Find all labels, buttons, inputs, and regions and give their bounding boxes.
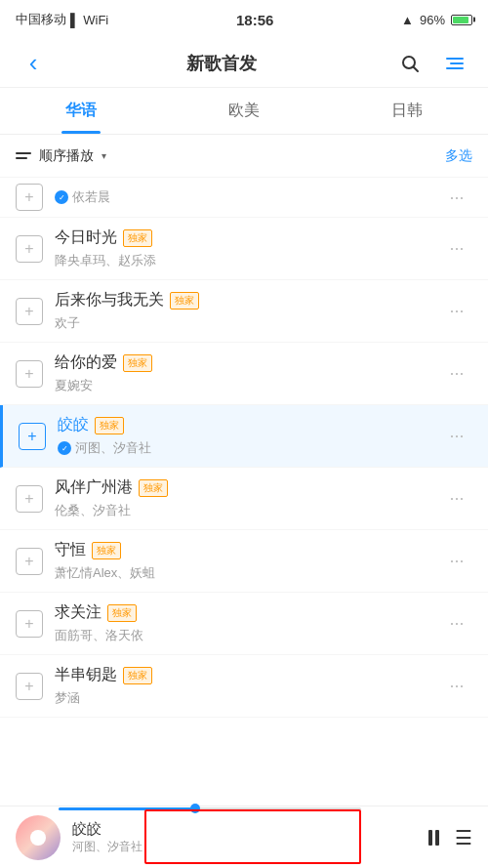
verified-icon — [55, 190, 68, 204]
mini-player-title: 皎皎 — [72, 820, 428, 839]
wifi-icon: WiFi — [83, 13, 108, 27]
pause-bar-right — [435, 830, 439, 846]
exclusive-badge: 独家 — [95, 417, 124, 434]
status-left: 中国移动 ▌ WiFi — [16, 11, 108, 28]
mini-player: 皎皎 河图、汐音社 ☰ — [0, 806, 488, 868]
add-song-button[interactable]: + — [19, 423, 46, 450]
mini-player-artist: 河图、汐音社 — [72, 839, 428, 855]
song-title-row: 风伴广州港 独家 — [55, 477, 441, 498]
list-item: + 后来你与我无关 独家 欢子 ··· — [0, 280, 488, 343]
song-title: 风伴广州港 — [55, 477, 133, 498]
list-item: + 求关注 独家 面筋哥、洛天依 ··· — [0, 593, 488, 655]
more-button[interactable]: ··· — [441, 358, 472, 390]
song-info: 守恒 独家 萧忆情Alex、妖蛆 — [55, 540, 441, 582]
caret-icon: ▾ — [102, 150, 106, 161]
song-artist: 夏婉安 — [55, 377, 441, 394]
list-item: + 给你的爱 独家 夏婉安 ··· — [0, 343, 488, 405]
song-title-row: 守恒 独家 — [55, 540, 441, 560]
song-artist: 欢子 — [55, 314, 441, 332]
more-button[interactable]: ··· — [441, 182, 472, 213]
exclusive-badge: 独家 — [92, 542, 121, 559]
exclusive-badge: 独家 — [170, 292, 199, 310]
tabs-bar: 华语 欧美 日韩 — [0, 88, 488, 135]
back-button[interactable]: ‹ — [16, 46, 51, 81]
add-song-button[interactable]: + — [16, 673, 43, 700]
progress-dot — [190, 804, 200, 813]
search-button[interactable] — [392, 46, 427, 81]
multiselect-button[interactable]: 多选 — [445, 147, 472, 165]
add-song-button[interactable]: + — [16, 360, 43, 388]
signal-icon: ▌ — [70, 13, 79, 27]
exclusive-badge: 独家 — [107, 604, 137, 622]
song-title-row: 求关注 独家 — [55, 602, 441, 623]
pause-bar-left — [428, 830, 432, 846]
add-song-button[interactable]: + — [16, 548, 43, 575]
verified-icon — [58, 441, 71, 455]
more-button[interactable]: ··· — [441, 296, 472, 327]
list-item: + 守恒 独家 萧忆情Alex、妖蛆 ··· — [0, 530, 488, 593]
song-info: 求关注 独家 面筋哥、洛天依 — [55, 602, 441, 644]
song-title-row: 今日时光 独家 — [55, 227, 441, 248]
tab-japanese-korean[interactable]: 日韩 — [325, 88, 488, 134]
tab-western[interactable]: 欧美 — [163, 88, 326, 134]
add-song-button[interactable]: + — [16, 610, 43, 638]
more-button[interactable]: ··· — [441, 233, 472, 265]
add-song-button[interactable]: + — [16, 235, 43, 263]
song-title: 求关注 — [55, 602, 102, 623]
add-song-button[interactable]: + — [16, 485, 43, 513]
pause-button[interactable] — [428, 830, 439, 846]
gps-icon: ▲ — [401, 13, 414, 27]
more-button[interactable]: ··· — [441, 483, 472, 515]
progress-fill — [59, 807, 195, 810]
battery-percent: 96% — [420, 13, 445, 27]
more-button[interactable]: ··· — [441, 671, 472, 702]
status-right: ▲ 96% — [401, 13, 472, 27]
exclusive-badge: 独家 — [123, 354, 152, 372]
song-artist: 降央卓玛、赵乐添 — [55, 252, 441, 269]
song-artist: 河图、汐音社 — [58, 439, 441, 457]
progress-track — [59, 807, 361, 810]
sort-icon — [16, 152, 31, 159]
header: ‹ 新歌首发 — [0, 39, 488, 88]
song-info: 皎皎 独家 河图、汐音社 — [58, 415, 441, 457]
list-item-highlighted: + 皎皎 独家 河图、汐音社 ··· — [0, 405, 488, 468]
status-bar: 中国移动 ▌ WiFi 18:56 ▲ 96% — [0, 0, 488, 39]
song-title-row: 后来你与我无关 独家 — [55, 290, 441, 310]
song-info: 今日时光 独家 降央卓玛、赵乐添 — [55, 227, 441, 269]
more-button[interactable]: ··· — [441, 421, 472, 452]
song-title: 今日时光 — [55, 227, 117, 248]
song-title: 半串钥匙 — [55, 665, 117, 685]
song-artist: 依若晨 — [55, 188, 441, 206]
song-artist: 萧忆情Alex、妖蛆 — [55, 564, 441, 582]
playlist-button[interactable]: ☰ — [455, 826, 472, 849]
list-item: + 依若晨 ··· — [0, 178, 488, 218]
clock: 18:56 — [236, 12, 273, 28]
mini-player-info: 皎皎 河图、汐音社 — [72, 820, 428, 855]
song-info: 给你的爱 独家 夏婉安 — [55, 352, 441, 394]
list-item: + 风伴广州港 独家 伦桑、汐音社 ··· — [0, 468, 488, 530]
progress-area[interactable] — [59, 806, 361, 810]
album-art — [16, 815, 61, 860]
battery-icon — [451, 15, 472, 25]
song-title-row: 半串钥匙 独家 — [55, 665, 441, 685]
sort-bar: 顺序播放 ▾ 多选 — [0, 135, 488, 178]
song-info: 后来你与我无关 独家 欢子 — [55, 290, 441, 332]
album-center — [30, 830, 46, 846]
svg-line-1 — [414, 66, 419, 71]
search-icon — [400, 54, 420, 73]
song-list: + 依若晨 ··· + 今日时光 独家 降央卓玛、赵乐添 ··· + 后来你与我… — [0, 178, 488, 718]
add-song-button[interactable]: + — [16, 184, 43, 211]
menu-button[interactable] — [437, 46, 472, 81]
tab-chinese[interactable]: 华语 — [0, 88, 163, 134]
carrier-label: 中国移动 — [16, 11, 66, 28]
song-title-row: 给你的爱 独家 — [55, 352, 441, 373]
list-item: + 半串钥匙 独家 梦涵 ··· — [0, 655, 488, 718]
more-button[interactable]: ··· — [441, 546, 472, 577]
song-info: 风伴广州港 独家 伦桑、汐音社 — [55, 477, 441, 519]
exclusive-badge: 独家 — [123, 229, 152, 247]
song-title: 皎皎 — [58, 415, 89, 435]
more-button[interactable]: ··· — [441, 608, 472, 640]
song-info: 半串钥匙 独家 梦涵 — [55, 665, 441, 707]
add-song-button[interactable]: + — [16, 298, 43, 325]
sort-controls[interactable]: 顺序播放 ▾ — [16, 147, 106, 165]
